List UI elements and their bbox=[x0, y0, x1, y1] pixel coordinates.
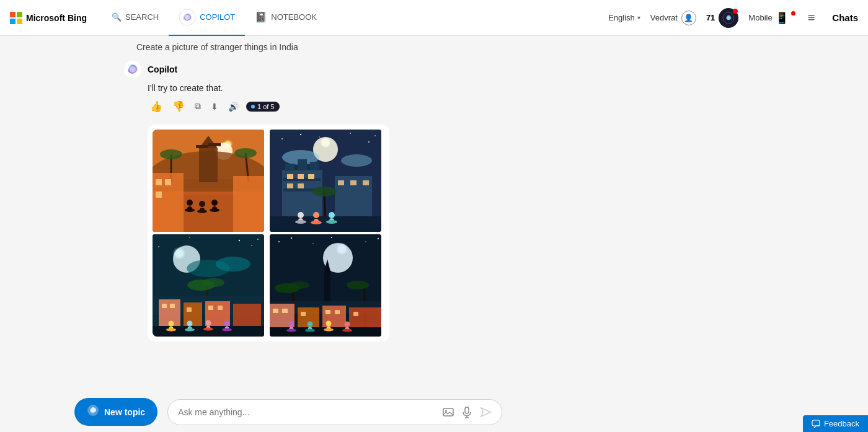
image-input-button[interactable] bbox=[442, 406, 454, 418]
svg-point-112 bbox=[312, 243, 314, 244]
nav-search[interactable]: 🔍 SEARCH bbox=[102, 0, 169, 36]
new-topic-button[interactable]: New topic bbox=[74, 398, 157, 426]
svg-rect-48 bbox=[298, 159, 307, 170]
copilot-points-icon bbox=[722, 12, 735, 24]
user-avatar-icon: 👤 bbox=[681, 11, 696, 25]
svg-rect-152 bbox=[465, 407, 469, 413]
svg-rect-58 bbox=[338, 180, 344, 185]
svg-rect-94 bbox=[208, 306, 213, 310]
svg-point-31 bbox=[197, 209, 207, 213]
chats-label: Chats bbox=[832, 12, 858, 23]
svg-rect-22 bbox=[233, 176, 264, 232]
svg-point-115 bbox=[378, 238, 379, 239]
feedback-button[interactable]: Feedback bbox=[803, 415, 868, 432]
svg-point-110 bbox=[278, 241, 280, 242]
image-grid-container bbox=[148, 125, 389, 342]
feedback-icon bbox=[812, 420, 820, 428]
notification-dot bbox=[733, 9, 738, 14]
svg-point-68 bbox=[313, 212, 319, 218]
svg-point-113 bbox=[331, 237, 332, 238]
microphone-icon bbox=[461, 406, 473, 418]
user-name: Vedvrat bbox=[650, 13, 678, 22]
svg-point-76 bbox=[257, 239, 259, 240]
svg-rect-150 bbox=[443, 408, 453, 416]
svg-point-98 bbox=[169, 321, 174, 327]
svg-point-30 bbox=[199, 201, 205, 207]
points-counter[interactable]: 71 bbox=[706, 8, 738, 28]
svg-point-85 bbox=[202, 278, 224, 287]
copy-button[interactable]: ⧉ bbox=[192, 99, 203, 114]
search-label: SEARCH bbox=[125, 12, 159, 22]
image-cell-1[interactable] bbox=[153, 130, 264, 232]
svg-point-37 bbox=[300, 134, 301, 135]
copilot-response-text: I'll try to create that. bbox=[124, 83, 546, 93]
svg-point-114 bbox=[365, 241, 366, 242]
nav-right: English ▾ Vedvrat 👤 71 Mobile 📱 bbox=[608, 8, 858, 28]
svg-rect-56 bbox=[298, 183, 304, 188]
svg-point-72 bbox=[326, 220, 337, 224]
bing-brand[interactable]: Microsoft Bing bbox=[10, 12, 87, 24]
mobile-link[interactable]: Mobile 📱 bbox=[748, 11, 795, 25]
prompt-text: Create a picture of stranger things in I… bbox=[136, 42, 298, 52]
svg-point-66 bbox=[295, 220, 306, 224]
mobile-icon: 📱 bbox=[775, 11, 789, 25]
svg-point-111 bbox=[291, 237, 292, 239]
send-icon bbox=[479, 406, 492, 418]
nav-items: 🔍 SEARCH COPILOT 📓 NOTEBOOK bbox=[102, 0, 608, 36]
hamburger-menu[interactable]: ≡ bbox=[805, 8, 818, 27]
chat-input[interactable] bbox=[178, 407, 437, 417]
svg-rect-131 bbox=[282, 309, 288, 313]
image-cell-4[interactable] bbox=[270, 234, 381, 337]
nav-copilot[interactable]: COPILOT bbox=[169, 0, 245, 36]
svg-rect-11 bbox=[199, 148, 218, 182]
svg-point-5 bbox=[130, 66, 136, 73]
thumbs-up-button[interactable]: 👍 bbox=[148, 98, 165, 115]
svg-point-82 bbox=[216, 257, 250, 271]
svg-rect-47 bbox=[285, 164, 294, 171]
page-count: 1 of 5 bbox=[257, 103, 275, 110]
svg-point-139 bbox=[286, 329, 296, 332]
svg-rect-135 bbox=[353, 312, 358, 316]
svg-point-124 bbox=[347, 281, 369, 289]
download-button[interactable]: ⬇ bbox=[208, 99, 221, 114]
image-cell-3[interactable] bbox=[153, 234, 264, 337]
send-button[interactable] bbox=[479, 406, 492, 418]
svg-point-78 bbox=[189, 237, 190, 238]
svg-rect-155 bbox=[812, 420, 820, 426]
svg-rect-133 bbox=[326, 310, 330, 314]
chat-input-box bbox=[167, 399, 502, 425]
svg-point-108 bbox=[222, 328, 232, 332]
copilot-header: Copilot bbox=[124, 61, 546, 78]
thumbs-down-button[interactable]: 👎 bbox=[170, 98, 187, 115]
svg-point-3 bbox=[727, 16, 730, 20]
svg-point-34 bbox=[210, 208, 219, 212]
image-cell-2[interactable] bbox=[270, 130, 381, 232]
speaker-button[interactable]: 🔊 bbox=[226, 99, 241, 114]
svg-point-28 bbox=[185, 208, 195, 212]
microphone-button[interactable] bbox=[461, 406, 473, 418]
feedback-label: Feedback bbox=[824, 419, 859, 428]
svg-rect-130 bbox=[273, 309, 278, 313]
chat-area: Copilot I'll try to create that. 👍 👎 ⧉ ⬇… bbox=[0, 55, 868, 392]
svg-point-147 bbox=[345, 322, 350, 327]
copilot-message: Copilot I'll try to create that. 👍 👎 ⧉ ⬇… bbox=[124, 61, 546, 342]
user-menu[interactable]: Vedvrat 👤 bbox=[650, 11, 696, 25]
language-label: English bbox=[608, 13, 635, 22]
nav-notebook[interactable]: 📓 NOTEBOOK bbox=[245, 0, 327, 36]
language-selector[interactable]: English ▾ bbox=[608, 13, 640, 22]
svg-point-27 bbox=[187, 200, 193, 206]
svg-point-101 bbox=[187, 321, 193, 327]
svg-rect-60 bbox=[363, 180, 369, 185]
svg-point-102 bbox=[185, 328, 195, 332]
svg-point-18 bbox=[234, 148, 257, 158]
image-3-svg bbox=[153, 234, 264, 337]
new-topic-icon bbox=[87, 404, 99, 420]
mobile-notification-dot bbox=[791, 11, 795, 15]
image-2-svg bbox=[270, 130, 381, 232]
svg-rect-49 bbox=[310, 162, 319, 170]
new-topic-swirl-icon bbox=[87, 404, 99, 417]
svg-point-142 bbox=[305, 329, 315, 332]
svg-rect-20 bbox=[177, 195, 239, 232]
action-bar: 👍 👎 ⧉ ⬇ 🔊 1 of 5 bbox=[124, 98, 546, 115]
svg-point-145 bbox=[324, 328, 334, 332]
